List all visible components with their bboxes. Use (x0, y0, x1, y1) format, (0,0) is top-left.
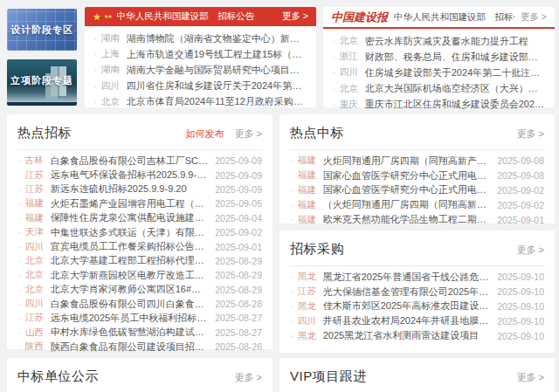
item-title-link[interactable]: 中集世联达多式联运（天津）有限公司新建仓库及堆场项目EPC... (51, 226, 210, 239)
item-title-link[interactable]: 远东电缆2025年员工中秋福利招标2025.8.26-9.1 (51, 312, 210, 325)
list-item[interactable]: · 浙江 财政部、税务总局、住房和城乡建设部发布公告 明确多项支持房... (332, 49, 546, 65)
item-title-link[interactable]: 湖南博物院（湖南省文物鉴定中心）新风系统改造项目[HNZT-20... (127, 32, 307, 45)
item-title-link[interactable]: 黑龙江省2025年普通国省干线公路危旧桥梁改造项目G331丹东... (323, 271, 492, 284)
list-item[interactable]: · 北京 北京大学新燕园校区电教厅改造工程（设计）招标公告 2025-08-29 (17, 268, 262, 282)
design-stage-banner[interactable]: 设计阶段专区 (7, 9, 77, 51)
flag-small-stars-icon: ★★ (104, 14, 112, 19)
item-title-link[interactable]: 四川省住房和城乡建设厅关于2024年第八十六批二级造价工程师... (127, 79, 307, 93)
item-date: 2025-08-29 (215, 285, 262, 295)
winner-publicity-more-link[interactable]: 更多 > (235, 371, 262, 384)
ministry-notice-more-link[interactable]: 更多 > (282, 10, 308, 23)
item-title-link[interactable]: 申村水库绿色低碳智慧湖泊构建试点试验项目监理询比公告 (51, 326, 210, 339)
item-title-link[interactable]: 白象食品股份有限公司四川白象食品有限公司车间屋面板更换项目 (51, 298, 210, 311)
list-item[interactable]: · 江苏 远东电气环保设备招标书2025.9.9-9.20 2025-09-09 (17, 168, 262, 182)
list-item[interactable]: · 吉林 白象食品股份有限公司吉林工厂SC改造项目招标公告 2025-09-09 (17, 154, 262, 168)
list-item[interactable]: · 北京 北京大学基建工程部工程招标代理服务项目招标公告 2025-08-29 (17, 254, 262, 268)
eedition-title: 中华人民共和国建设部 招标公告 “电子版” (394, 11, 514, 24)
list-item[interactable]: · 四川 住房城乡建设部关于2024年第二十批注册监理工程师初始注册人... (332, 65, 546, 80)
list-item[interactable]: · 江苏 新远东连硫机招标2025.9.9-9.20 2025-09-09 (17, 182, 262, 196)
region-label: 福建 (25, 212, 45, 224)
bullet-dot: · (17, 198, 21, 209)
hot-awards-more-link[interactable]: 更多 > (517, 127, 544, 141)
eedition-panel: 中国建设报 中华人民共和国建设部 招标公告 “电子版” 更多 > · 北京 密云… (323, 7, 555, 107)
hot-bidding-more-link[interactable]: 更多 > (235, 127, 262, 141)
region-label: 福建 (298, 155, 318, 167)
list-item[interactable]: · 黑龙 佳木斯市郊区2025年高标准农田建设项目新建一标段、新建二... 20… (290, 299, 544, 314)
list-item[interactable]: · 湖南 湖南大学金融与国际贸易研究中心项目报告厅精装修工程公开招标... (93, 62, 307, 78)
item-title-link[interactable]: 财政部、税务总局、住房和城乡建设部发布公告 明确多项支持房... (365, 51, 546, 64)
list-item[interactable]: · 江苏 远东电缆2025年员工中秋福利招标2025.8.26-9.1 2025… (17, 311, 262, 325)
hot-bidding-title: 热点招标 (17, 125, 186, 141)
item-title-link[interactable]: 北京大兴国际机场临空经济区（大兴）管理委员会规划建设部国有... (365, 82, 546, 95)
eedition-list: · 北京 密云水库防灾减灾及蓄水能力提升工程 · 浙江 财政部、税务总局、住房和… (323, 29, 555, 117)
list-item[interactable]: · 陕西 陕西白象食品有限公司建设项目招标公告 2025-08-26 (17, 340, 262, 354)
hot-awards-header: 热点中标 更多 > (280, 114, 555, 141)
item-title-link[interactable]: 重庆市江北区住房和城乡建设委员会2024年12月政府采购意向 (365, 98, 546, 111)
bullet-dot: · (290, 301, 293, 312)
item-title-link[interactable]: 北京大学新燕园校区电教厅改造工程（设计）招标公告 (51, 269, 210, 282)
item-title-link[interactable]: 远东电气环保设备招标书2025.9.9-9.20 (51, 168, 210, 182)
bullet-dot: · (17, 285, 21, 295)
item-title-link[interactable]: 宜宾电缆员工工作餐采购招标公告2025.9.1-9.8 (51, 240, 210, 253)
item-date: 2025-09-02 (215, 227, 262, 237)
list-item[interactable]: · 北京 北京大学肖家河教师公寓四区16#、17#楼装修工程（一期16#... … (17, 283, 262, 297)
item-title-link[interactable]: 火炬同翔通用厂房四期（同翔高新产业城配套项目）正式用电（... (323, 155, 492, 168)
list-item[interactable]: · 福建 国家心血管医学研究分中心正式用电工程（施工）-中标结果公告 2025-… (290, 168, 544, 183)
list-item[interactable]: · 北京 北京大兴国际机场临空经济区（大兴）管理委员会规划建设部国有... (332, 81, 546, 97)
item-title-link[interactable]: 井研县农业农村局2024年井研县地膜科学使用回收项目废旧农... (323, 314, 492, 327)
item-title-link[interactable]: 北京大学肖家河教师公寓四区16#、17#楼装修工程（一期16#... (51, 283, 210, 296)
list-item[interactable]: · 福建 火炬石墨烯产业园增容用电工程（二期）（施工）-招标公告 2025-09… (17, 196, 262, 210)
bullet-dot: · (17, 170, 21, 181)
procurement-more-link[interactable]: 更多 > (517, 244, 544, 257)
list-item[interactable]: · 重庆 重庆市江北区住房和城乡建设委员会2024年12月政府采购意向 (332, 97, 546, 113)
list-item[interactable]: · 湖南 湖南博物院（湖南省文物鉴定中心）新风系统改造项目[HNZT-20... (93, 31, 307, 46)
item-title-link[interactable]: 湖南大学金融与国际贸易研究中心项目报告厅精装修工程公开招标... (127, 64, 307, 77)
list-item[interactable]: · 四川 井研县农业农村局2024年井研县地膜科学使用回收项目废旧农... 20… (290, 313, 544, 328)
list-item[interactable]: · 江苏 光大保德信基金管理有限公司2025年营销策划类供应商入围项... 20… (290, 285, 544, 299)
item-title-link[interactable]: 新远东连硫机招标2025.9.9-9.20 (51, 182, 210, 196)
item-title-link[interactable]: 白象食品股份有限公司吉林工厂SC改造项目招标公告 (51, 155, 210, 168)
item-title-link[interactable]: 光大保德信基金管理有限公司2025年营销策划类供应商入围项... (323, 285, 492, 299)
list-item[interactable]: · 福建 保障性住房龙泉公寓供配电设施建设工程-A1-2地块及A1-3地块...… (17, 211, 262, 225)
item-date: 2025-09-05 (215, 198, 262, 209)
bullet-dot: · (290, 185, 293, 196)
list-item[interactable]: · 黑龙 黑龙江省2025年普通国省干线公路危旧桥梁改造项目G331丹东... … (290, 270, 544, 285)
ministry-notice-title: 中华人民共和国建设部 招标公告 (117, 10, 277, 23)
list-item[interactable]: · 福建 （火炬同翔通用厂房四期（同翔高新产业城配套项目）正式用电... 202… (290, 197, 544, 212)
vip-projects-more-link[interactable]: 更多 > (517, 371, 544, 384)
item-title-link[interactable]: 上海市轨道交通19号线工程土建15标（海伦路站）项目招标公告 (127, 48, 307, 61)
list-item[interactable]: · 四川 白象食品股份有限公司四川白象食品有限公司车间屋面板更换项目 2025-… (17, 297, 262, 311)
how-to-publish-link[interactable]: 如何发布 (186, 127, 224, 141)
item-title-link[interactable]: （火炬同翔通用厂房四期（同翔高新产业城配套项目）正式用电... (323, 198, 492, 211)
hot-bidding-list: · 吉林 白象食品股份有限公司吉林工厂SC改造项目招标公告 2025-09-09… (7, 150, 273, 357)
bullet-dot: · (290, 200, 293, 210)
list-item[interactable]: · 福建 火炬同翔通用厂房四期（同翔高新产业城配套项目）正式用电（... 202… (290, 154, 544, 168)
item-title-link[interactable]: 2025黑龙江省水利测雨雷达建设项目 (323, 329, 492, 342)
list-item[interactable]: · 上海 上海市轨道交通19号线工程土建15标（海伦路站）项目招标公告 (93, 46, 307, 62)
list-item[interactable]: · 福建 国家心血管医学研究分中心正式用电工程（施工）-中标候选人... 202… (290, 183, 544, 198)
list-item[interactable]: · 天津 中集世联达多式联运（天津）有限公司新建仓库及堆场项目EPC... 20… (17, 225, 262, 239)
list-item[interactable]: · 四川 四川省住房和城乡建设厅关于2024年第八十六批二级造价工程师... (93, 79, 307, 94)
item-title-link[interactable]: 欧米克天然功能化学品生物工程二期项目正式用电非片区电力外... (323, 213, 492, 226)
list-item[interactable]: · 黑龙 2025黑龙江省水利测雨雷达建设项目 2025-09-10 (290, 328, 544, 343)
eedition-more-link[interactable]: 更多 > (521, 11, 547, 24)
item-title-link[interactable]: 北京大学基建工程部工程招标代理服务项目招标公告 (51, 254, 210, 267)
item-title-link[interactable]: 国家心血管医学研究分中心正式用电工程（施工）-中标结果公告 (323, 169, 492, 182)
item-title-link[interactable]: 佳木斯市郊区2025年高标准农田建设项目新建一标段、新建二... (323, 299, 492, 313)
list-item[interactable]: · 山西 申村水库绿色低碳智慧湖泊构建试点试验项目监理询比公告 2025-08-… (17, 326, 262, 340)
item-title-link[interactable]: 火炬石墨烯产业园增容用电工程（二期）（施工）-招标公告 (51, 197, 210, 210)
item-title-link[interactable]: 住房城乡建设部关于2024年第二十批注册监理工程师初始注册人... (365, 66, 546, 79)
item-title-link[interactable]: 密云水库防灾减灾及蓄水能力提升工程 (365, 35, 546, 48)
project-stage-banner[interactable]: 立项阶段专题 (7, 59, 77, 106)
item-title-link[interactable]: 国家心血管医学研究分中心正式用电工程（施工）-中标候选人... (323, 183, 492, 196)
list-item[interactable]: · 北京 北京市体育局2024年11至12月政府采购意向 (93, 94, 307, 110)
list-item[interactable]: · 福建 欧米克天然功能化学品生物工程二期项目正式用电非片区电力外... 202… (290, 212, 544, 227)
item-date: 2025-08-29 (215, 256, 262, 266)
list-item[interactable]: · 北京 密云水库防灾减灾及蓄水能力提升工程 (332, 33, 546, 49)
item-title-link[interactable]: 陕西白象食品有限公司建设项目招标公告 (51, 340, 210, 354)
list-item[interactable]: · 四川 宜宾电缆员工工作餐采购招标公告2025.9.1-9.8 2025-09… (17, 239, 262, 253)
region-label: 上海 (101, 48, 121, 60)
flag-star-icon: ★ (93, 12, 101, 22)
item-title-link[interactable]: 北京市体育局2024年11至12月政府采购意向 (127, 95, 307, 108)
item-title-link[interactable]: 保障性住房龙泉公寓供配电设施建设工程-A1-2地块及A1-3地块... (51, 211, 210, 224)
